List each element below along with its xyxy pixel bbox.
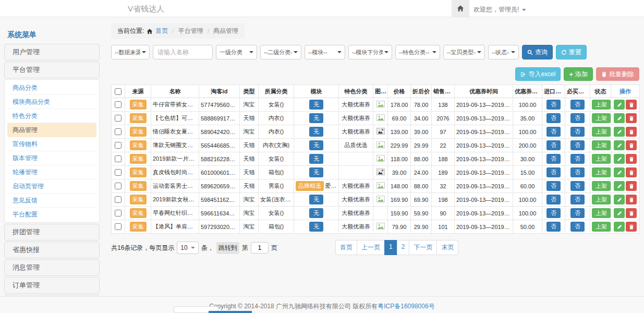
page-button[interactable]: 下一页 <box>409 240 437 255</box>
row-checkbox[interactable] <box>115 210 121 216</box>
delete-button[interactable] <box>626 222 637 232</box>
row-checkbox[interactable] <box>115 196 121 203</box>
row-checkbox[interactable] <box>115 183 121 189</box>
status-badge[interactable]: 上架 <box>592 222 611 232</box>
edit-button[interactable] <box>614 181 625 191</box>
add-button[interactable]: + 添加 <box>564 67 593 81</box>
imported-toggle[interactable]: 否 <box>546 113 561 123</box>
name-search-input[interactable] <box>153 45 213 59</box>
reset-button[interactable]: 重置 <box>556 45 587 59</box>
sidebar-section[interactable]: 消息管理 <box>4 259 100 276</box>
sidebar-link[interactable]: 意见反馈 <box>7 194 96 208</box>
filter-select[interactable]: --模块下分类-- <box>348 45 392 59</box>
edit-button[interactable] <box>614 195 625 204</box>
must-buy-toggle[interactable]: 否 <box>570 127 585 137</box>
edit-button[interactable] <box>614 140 625 150</box>
must-buy-toggle[interactable]: 否 <box>570 113 585 123</box>
must-buy-toggle[interactable]: 否 <box>570 208 585 218</box>
sidebar-link[interactable]: 平台配置 <box>7 208 96 221</box>
imported-toggle[interactable]: 否 <box>546 127 561 137</box>
status-badge[interactable]: 上架 <box>592 140 611 150</box>
sidebar-link[interactable]: 商品管理 <box>7 123 96 137</box>
filter-select[interactable]: 一级分类 <box>216 45 257 59</box>
imported-toggle[interactable]: 否 <box>546 140 561 150</box>
page-button[interactable]: 上一页 <box>357 240 385 255</box>
imported-toggle[interactable]: 否 <box>546 167 561 177</box>
row-checkbox[interactable] <box>115 115 121 122</box>
status-badge[interactable]: 上架 <box>592 154 611 164</box>
sidebar-link[interactable]: 特色分类 <box>7 109 96 123</box>
search-button[interactable]: 查询 <box>522 45 553 59</box>
filter-select[interactable]: --数据来源-- <box>111 45 150 59</box>
sidebar-link[interactable]: 模块商品分类 <box>7 95 96 109</box>
user-menu[interactable]: 欢迎您，管理员! <box>473 5 526 14</box>
filter-select[interactable]: --宝贝类型-- <box>443 45 485 59</box>
filter-select[interactable]: --状态-- <box>488 45 519 59</box>
sidebar-section[interactable]: 平台管理 <box>4 62 100 78</box>
status-badge[interactable]: 上架 <box>592 181 611 191</box>
module-none-badge[interactable]: 无 <box>309 140 323 150</box>
row-checkbox[interactable] <box>115 155 121 162</box>
delete-button[interactable] <box>626 127 637 137</box>
imported-toggle[interactable]: 否 <box>546 100 561 110</box>
delete-button[interactable] <box>626 208 637 218</box>
sidebar-section[interactable]: 订单管理 <box>4 277 100 294</box>
per-page-select[interactable]: 10 <box>177 242 198 254</box>
sidebar-section[interactable]: 拼团管理 <box>4 224 100 240</box>
imported-toggle[interactable]: 否 <box>546 208 561 218</box>
delete-button[interactable] <box>626 140 637 150</box>
page-button[interactable]: 末页 <box>436 240 458 255</box>
delete-button[interactable] <box>626 154 637 164</box>
row-checkbox[interactable] <box>115 169 121 176</box>
sidebar-link[interactable]: 版本管理 <box>7 151 96 165</box>
delete-button[interactable] <box>626 100 637 110</box>
edit-button[interactable] <box>614 113 625 123</box>
row-checkbox[interactable] <box>115 142 121 149</box>
select-all-checkbox[interactable] <box>115 88 121 95</box>
home-button[interactable] <box>452 0 469 17</box>
module-none-badge[interactable]: 无 <box>309 127 323 137</box>
edit-button[interactable] <box>614 208 625 218</box>
filter-select[interactable]: --二级分类-- <box>260 45 301 59</box>
edit-button[interactable] <box>614 127 625 137</box>
sidebar-link[interactable]: 商品分类 <box>7 81 96 95</box>
must-buy-toggle[interactable]: 否 <box>570 100 585 110</box>
delete-button[interactable] <box>626 181 637 191</box>
sidebar-link[interactable]: 轮播管理 <box>7 165 96 179</box>
module-none-badge[interactable]: 无 <box>309 208 323 218</box>
delete-button[interactable] <box>626 195 637 204</box>
must-buy-toggle[interactable]: 否 <box>570 154 585 164</box>
must-buy-toggle[interactable]: 否 <box>570 140 585 150</box>
status-badge[interactable]: 上架 <box>592 127 611 137</box>
row-checkbox[interactable] <box>115 128 121 135</box>
delete-button[interactable] <box>626 113 637 123</box>
filter-select[interactable]: --模块-- <box>305 45 345 59</box>
edit-button[interactable] <box>614 222 625 232</box>
row-checkbox[interactable] <box>115 101 121 108</box>
sidebar-section[interactable]: 用户管理 <box>4 44 100 61</box>
row-checkbox[interactable] <box>115 223 121 230</box>
delete-button[interactable] <box>626 167 637 177</box>
imported-toggle[interactable]: 否 <box>546 222 561 232</box>
page-number-input[interactable] <box>251 242 269 254</box>
must-buy-toggle[interactable]: 否 <box>570 167 585 177</box>
jump-to-button[interactable]: 跳转到 <box>216 242 239 254</box>
page-button[interactable]: 首页 <box>335 240 357 255</box>
status-badge[interactable]: 上架 <box>592 100 611 110</box>
sidebar-section[interactable]: 省惠快报 <box>4 242 100 258</box>
module-none-badge[interactable]: 无 <box>309 154 323 164</box>
module-none-badge[interactable]: 无 <box>309 167 323 177</box>
status-badge[interactable]: 上架 <box>592 195 611 204</box>
import-excel-button[interactable]: 导入excel <box>515 67 561 81</box>
status-badge[interactable]: 上架 <box>592 208 611 218</box>
edit-button[interactable] <box>614 100 625 110</box>
sidebar-link[interactable]: 启动页管理 <box>7 179 96 194</box>
module-none-badge[interactable]: 无 <box>309 113 323 123</box>
status-badge[interactable]: 上架 <box>592 167 611 177</box>
imported-toggle[interactable]: 否 <box>546 154 561 164</box>
must-buy-toggle[interactable]: 否 <box>570 195 585 204</box>
filter-select[interactable]: --特色分类-- <box>395 45 440 59</box>
module-none-badge[interactable]: 无 <box>309 100 323 110</box>
breadcrumb-home-link[interactable]: 首页 <box>155 27 168 35</box>
icp-link[interactable]: 粤ICP备16098006号 <box>378 303 434 310</box>
